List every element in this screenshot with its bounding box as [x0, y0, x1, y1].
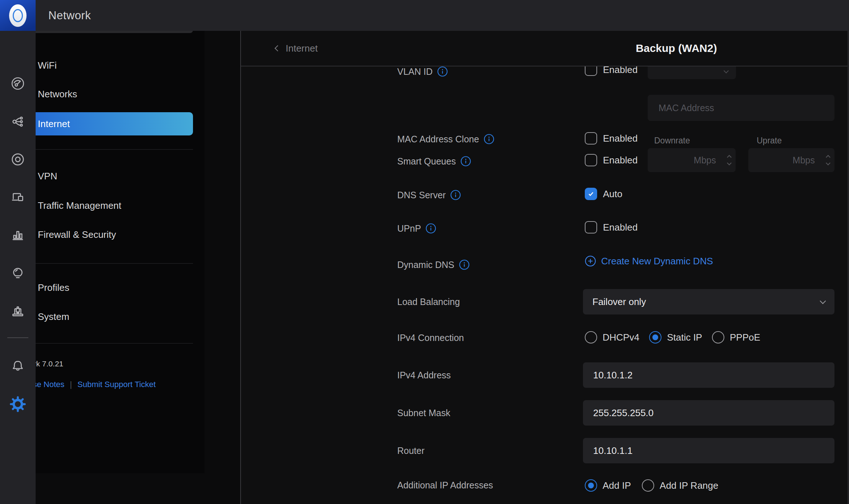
info-icon[interactable]	[460, 156, 471, 167]
static-ip-radio[interactable]	[649, 331, 661, 344]
chevron-left-icon	[275, 45, 281, 52]
sidebar-item-vpn[interactable]: VPN	[12, 164, 193, 188]
radio-option-static-ip[interactable]: Static IP	[649, 331, 702, 344]
ipv4-connection-label: IPv4 Connection	[397, 333, 464, 343]
smart-queues-label: Smart Queues	[397, 156, 471, 167]
router-label: Router	[397, 446, 424, 456]
unifi-logo[interactable]	[0, 0, 36, 31]
stepper-icon[interactable]	[826, 156, 830, 165]
smart-queues-enabled-checkbox[interactable]	[585, 154, 597, 166]
upnp-enabled-checkbox[interactable]	[585, 221, 597, 233]
ipv4-connection-radio-group: DHCPv4 Static IP PPPoE	[585, 331, 760, 344]
sidebar-item-profiles[interactable]: Profiles	[12, 276, 193, 299]
rail-item-clients[interactable]	[0, 184, 36, 210]
gear-icon	[10, 396, 26, 412]
additional-ips-radio-group: Add IP Add IP Range	[585, 479, 718, 492]
radio-option-add-ip[interactable]: Add IP	[585, 479, 631, 492]
sidebar-item-wifi[interactable]: WiFi	[12, 54, 193, 77]
router-input[interactable]	[592, 445, 825, 457]
app-title: Network	[48, 0, 91, 31]
back-to-internet-button[interactable]: Internet	[275, 31, 318, 66]
sidebar-item-networks[interactable]: Networks	[12, 82, 193, 106]
rail-divider	[7, 337, 28, 338]
unifi-logo-ring	[13, 9, 23, 22]
dhcpv4-radio[interactable]	[585, 331, 597, 344]
info-icon[interactable]	[426, 223, 436, 234]
scrollbar-track[interactable]	[848, 31, 849, 504]
bar-chart-icon	[10, 227, 25, 243]
uprate-input[interactable]	[756, 155, 816, 166]
sidebar-divider	[12, 343, 193, 344]
additional-ips-label: Additional IP Addresses	[397, 480, 493, 491]
chevron-down-icon	[820, 298, 826, 304]
add-ip-radio[interactable]	[585, 479, 597, 492]
rail-item-notifications[interactable]	[0, 353, 36, 379]
upnp-label: UPnP	[397, 223, 436, 234]
app-icon-rail	[0, 31, 36, 504]
smart-queues-control: Enabled	[585, 154, 637, 166]
speedometer-icon	[10, 76, 25, 91]
unifi-logo-puck	[9, 4, 27, 27]
panel-divider	[240, 31, 241, 504]
add-ip-range-radio[interactable]	[642, 479, 654, 492]
sidebar-item-traffic-management[interactable]: Traffic Management	[12, 194, 193, 217]
mac-clone-enabled-checkbox[interactable]	[585, 132, 597, 145]
dns-server-label: DNS Server	[397, 190, 461, 200]
subnet-mask-input[interactable]	[592, 407, 825, 419]
uprate-field-wrap	[748, 148, 834, 172]
load-balancing-label: Load Balancing	[397, 297, 460, 307]
dns-auto-checkbox[interactable]	[585, 188, 597, 200]
mac-address-field-wrap	[648, 95, 834, 121]
rail-item-settings[interactable]	[0, 391, 36, 417]
uprate-column-label: Uprate	[757, 136, 782, 146]
router-field-wrap	[583, 438, 834, 463]
stepper-icon[interactable]	[728, 156, 731, 165]
mac-clone-enabled-label: Enabled	[603, 133, 637, 144]
subnet-mask-field-wrap	[583, 400, 834, 426]
submit-support-ticket-link[interactable]: Submit Support Ticket	[77, 380, 156, 389]
sidebar-divider	[12, 149, 193, 150]
pppoe-radio[interactable]	[712, 331, 724, 344]
sidebar-item-internet[interactable]: Internet	[12, 112, 193, 135]
upnp-enabled-label: Enabled	[603, 222, 637, 233]
rail-item-dashboard[interactable]	[0, 71, 36, 96]
ipv4-address-field-wrap	[583, 362, 834, 388]
ipv4-address-input[interactable]	[592, 369, 825, 381]
lightbulb-icon	[10, 265, 25, 281]
dns-server-control: Auto	[585, 188, 623, 200]
subnet-mask-label: Subnet Mask	[397, 408, 450, 418]
plus-circle-icon	[585, 256, 596, 267]
info-icon[interactable]	[450, 190, 461, 200]
load-balancing-select[interactable]: Failover only	[583, 289, 834, 314]
mac-address-input[interactable]	[658, 102, 824, 114]
info-icon[interactable]	[459, 260, 470, 270]
downrate-column-label: Downrate	[654, 136, 690, 146]
sidebar-divider	[12, 263, 193, 264]
dynamic-dns-label: Dynamic DNS	[397, 260, 470, 270]
ipv4-address-label: IPv4 Address	[397, 370, 451, 381]
mac-clone-control: Enabled	[585, 132, 637, 145]
smart-queues-enabled-label: Enabled	[603, 155, 637, 166]
rail-item-unifi-devices[interactable]	[0, 147, 36, 172]
rail-item-topology[interactable]	[0, 109, 36, 134]
sidebar-item-firewall-security[interactable]: Firewall & Security	[12, 223, 193, 246]
unifi-network-settings-screen: VLAN ID Enabled MAC Address Clone Enable…	[0, 0, 849, 504]
radio-option-dhcpv4[interactable]: DHCPv4	[585, 331, 639, 344]
sidebar-item-system[interactable]: System	[12, 305, 193, 328]
rail-item-statistics[interactable]	[0, 222, 36, 248]
vlan-id-label: VLAN ID	[397, 66, 448, 77]
downrate-input[interactable]	[655, 155, 717, 166]
rail-item-hotspot[interactable]	[0, 298, 36, 324]
top-app-bar: Network	[0, 0, 849, 31]
create-dynamic-dns-button[interactable]: Create New Dynamic DNS	[585, 256, 713, 267]
topology-icon	[10, 114, 25, 129]
rail-item-insights[interactable]	[0, 260, 36, 286]
page-title: Backup (WAN2)	[636, 31, 717, 66]
radio-option-add-ip-range[interactable]: Add IP Range	[642, 479, 718, 492]
radio-option-pppoe[interactable]: PPPoE	[712, 331, 760, 344]
device-donut-icon	[10, 152, 25, 167]
link-separator: |	[70, 380, 72, 389]
bell-icon	[10, 358, 25, 374]
info-icon[interactable]	[437, 66, 448, 77]
info-icon[interactable]	[484, 134, 494, 145]
